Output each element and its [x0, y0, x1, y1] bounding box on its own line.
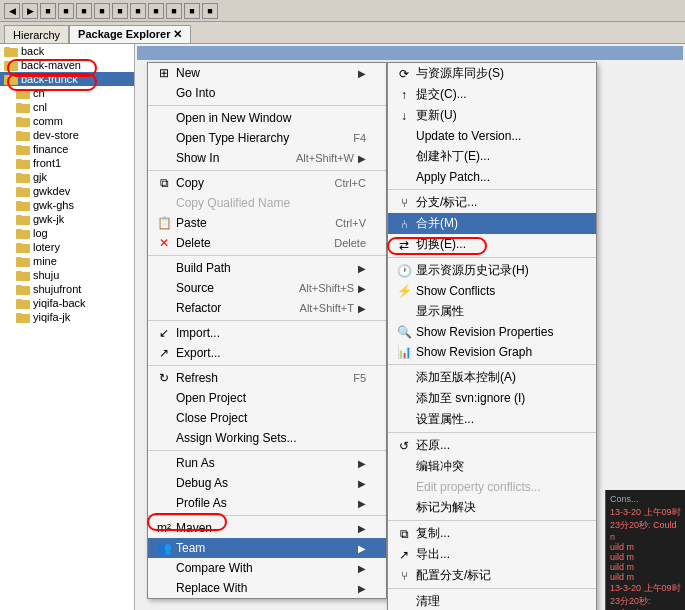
menu-item-config-branch-tag[interactable]: ⑂ 配置分支/标记: [388, 565, 596, 586]
menu-item-assign-working-sets[interactable]: Assign Working Sets...: [148, 428, 386, 448]
separator-3: [148, 255, 386, 256]
menu-item-copy[interactable]: ⧉ Copy Ctrl+C: [148, 173, 386, 193]
sidebar-label-log: log: [33, 227, 48, 239]
menu-item-delete[interactable]: ✕ Delete Delete: [148, 233, 386, 253]
menu-item-open-project[interactable]: Open Project: [148, 388, 386, 408]
folder-icon-3: [4, 73, 18, 85]
sidebar-item-back-maven[interactable]: back-maven: [0, 58, 134, 72]
menu-item-commit[interactable]: ↑ 提交(C)...: [388, 84, 596, 105]
back-button[interactable]: ◀: [4, 3, 20, 19]
menu-item-profile-as[interactable]: Profile As ▶: [148, 493, 386, 513]
toolbar-btn-9[interactable]: ■: [184, 3, 200, 19]
menu-item-revert[interactable]: ↺ 还原...: [388, 435, 596, 456]
toolbar-btn-3[interactable]: ■: [76, 3, 92, 19]
sidebar-item-comm[interactable]: comm: [0, 114, 134, 128]
menu-item-build-path[interactable]: Build Path ▶: [148, 258, 386, 278]
sidebar-item-front1[interactable]: front1: [0, 156, 134, 170]
sidebar-item-gwk-jk[interactable]: gwk-jk: [0, 212, 134, 226]
toolbar-btn-5[interactable]: ■: [112, 3, 128, 19]
context-menu-svn[interactable]: ⟳ 与资源库同步(S) ↑ 提交(C)... ↓ 更新(U): [387, 62, 597, 610]
refresh-icon: ↻: [156, 370, 172, 386]
menu-item-merge[interactable]: ⑃ 合并(M): [388, 213, 596, 234]
menu-item-edit-conflicts[interactable]: 编辑冲突: [388, 456, 596, 477]
menu-item-export[interactable]: ↗ Export...: [148, 343, 386, 363]
tab-package-explorer[interactable]: Package Explorer ✕: [69, 25, 191, 43]
toolbar-btn-2[interactable]: ■: [58, 3, 74, 19]
toolbar-btn-4[interactable]: ■: [94, 3, 110, 19]
sidebar-item-yiqifa-jk[interactable]: yiqifa-jk: [0, 310, 134, 324]
sidebar-item-cn[interactable]: cn: [0, 86, 134, 100]
menu-item-switch[interactable]: ⇄ 切换(E)...: [388, 234, 596, 255]
menu-item-update-to-version[interactable]: Update to Version...: [388, 126, 596, 146]
sync-icon: ⟳: [396, 66, 412, 82]
forward-button[interactable]: ▶: [22, 3, 38, 19]
menu-item-add-svnignore[interactable]: 添加至 svn:ignore (I): [388, 388, 596, 409]
toolbar-btn-10[interactable]: ■: [202, 3, 218, 19]
sidebar-item-back-trunck[interactable]: back-trunck: [0, 72, 134, 86]
sidebar-item-shujufront[interactable]: shujufront: [0, 282, 134, 296]
sidebar-item-log[interactable]: log: [0, 226, 134, 240]
sidebar-item-gjk[interactable]: gjk: [0, 170, 134, 184]
menu-item-run-as[interactable]: Run As ▶: [148, 453, 386, 473]
toolbar-btn-7[interactable]: ■: [148, 3, 164, 19]
menu-item-update[interactable]: ↓ 更新(U): [388, 105, 596, 126]
menu-item-mark-resolved[interactable]: 标记为解决: [388, 497, 596, 518]
menu-item-export-svn[interactable]: ↗ 导出...: [388, 544, 596, 565]
sidebar-item-back[interactable]: back: [0, 44, 134, 58]
copy-icon: ⧉: [156, 175, 172, 191]
sidebar-item-mine[interactable]: mine: [0, 254, 134, 268]
menu-item-go-into[interactable]: Go Into: [148, 83, 386, 103]
toolbar-btn-8[interactable]: ■: [166, 3, 182, 19]
run-as-icon: [156, 455, 172, 471]
menu-item-paste[interactable]: 📋 Paste Ctrl+V: [148, 213, 386, 233]
sidebar-item-gwkdev[interactable]: gwkdev: [0, 184, 134, 198]
sidebar: back back-maven back-trunck cn: [0, 44, 135, 610]
menu-item-show-tree-conflicts[interactable]: ⚡ Show Conflicts: [388, 281, 596, 301]
toolbar-btn-6[interactable]: ■: [130, 3, 146, 19]
menu-item-show-revision-graph[interactable]: 📊 Show Revision Graph: [388, 342, 596, 362]
sidebar-item-dev-store[interactable]: dev-store: [0, 128, 134, 142]
tab-hierarchy[interactable]: Hierarchy: [4, 25, 69, 43]
menu-item-show-history[interactable]: 🕐 显示资源历史记录(H): [388, 260, 596, 281]
menu-item-maven[interactable]: m² Maven ▶: [148, 518, 386, 538]
menu-item-create-patch[interactable]: 创建补丁(E)...: [388, 146, 596, 167]
menu-item-compare-with[interactable]: Compare With ▶: [148, 558, 386, 578]
team-icon: 👥: [156, 540, 172, 556]
menu-item-open-new-window[interactable]: Open in New Window: [148, 108, 386, 128]
sidebar-item-cnl[interactable]: cnl: [0, 100, 134, 114]
sidebar-item-lotery[interactable]: lotery: [0, 240, 134, 254]
console-line-6: 13-3-20 上午09时23分20秒: Refresh: [610, 582, 681, 610]
menu-item-show-props[interactable]: 显示属性: [388, 301, 596, 322]
svn-sep-4: [388, 432, 596, 433]
menu-item-source[interactable]: Source Alt+Shift+S ▶: [148, 278, 386, 298]
source-icon: [156, 280, 172, 296]
sidebar-item-gwk-ghs[interactable]: gwk-ghs: [0, 198, 134, 212]
menu-item-apply-patch[interactable]: Apply Patch...: [388, 167, 596, 187]
sidebar-item-yiqifa-back[interactable]: yiqifa-back: [0, 296, 134, 310]
sidebar-item-finance[interactable]: finance: [0, 142, 134, 156]
menu-item-cleanup[interactable]: 清理: [388, 591, 596, 610]
menu-item-refactor[interactable]: Refactor Alt+Shift+T ▶: [148, 298, 386, 318]
menu-item-set-props[interactable]: 设置属性...: [388, 409, 596, 430]
menu-item-open-type-hierarchy[interactable]: Open Type Hierarchy F4: [148, 128, 386, 148]
menu-item-close-project[interactable]: Close Project: [148, 408, 386, 428]
menu-item-import[interactable]: ↙ Import...: [148, 323, 386, 343]
menu-item-replace-with[interactable]: Replace With ▶: [148, 578, 386, 598]
menu-item-team[interactable]: 👥 Team ▶: [148, 538, 386, 558]
sidebar-label-yiqifa-back: yiqifa-back: [33, 297, 86, 309]
menu-item-copy-svn[interactable]: ⧉ 复制...: [388, 523, 596, 544]
menu-item-sync[interactable]: ⟳ 与资源库同步(S): [388, 63, 596, 84]
context-menu-primary[interactable]: ⊞ New ▶ Go Into Open in New Window: [147, 62, 387, 599]
menu-item-show-revision-props[interactable]: 🔍 Show Revision Properties: [388, 322, 596, 342]
menu-item-branch-tag[interactable]: ⑂ 分支/标记...: [388, 192, 596, 213]
menu-item-add-version-control[interactable]: 添加至版本控制(A): [388, 367, 596, 388]
toolbar-btn-1[interactable]: ■: [40, 3, 56, 19]
svn-sep-1: [388, 189, 596, 190]
menu-item-new[interactable]: ⊞ New ▶: [148, 63, 386, 83]
main-area: back back-maven back-trunck cn: [0, 44, 685, 610]
menu-item-debug-as[interactable]: Debug As ▶: [148, 473, 386, 493]
menu-item-refresh[interactable]: ↻ Refresh F5: [148, 368, 386, 388]
svg-rect-9: [16, 103, 22, 106]
menu-item-show-in[interactable]: Show In Alt+Shift+W ▶: [148, 148, 386, 168]
sidebar-item-shuju[interactable]: shuju: [0, 268, 134, 282]
